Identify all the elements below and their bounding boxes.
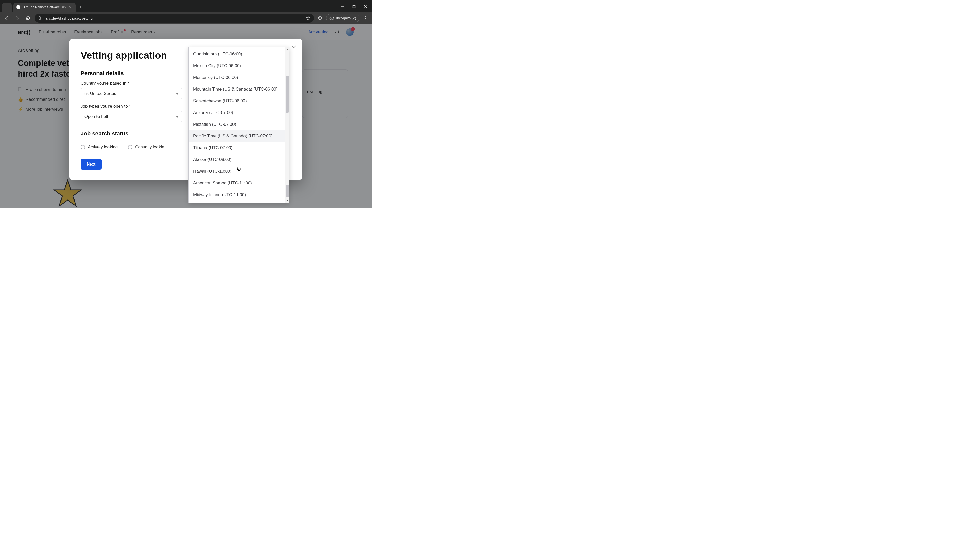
window-close-button[interactable] [360, 2, 372, 12]
timezone-dropdown: Guadalajara (UTC-06:00)Mexico City (UTC-… [188, 47, 290, 203]
next-button-label: Next [87, 162, 96, 167]
flag-text: us [84, 92, 89, 96]
chevron-down-icon: ▾ [176, 91, 178, 97]
radio-label: Casually lookin [135, 144, 164, 150]
next-button[interactable]: Next [81, 159, 102, 170]
dropdown-scroll-area[interactable]: Guadalajara (UTC-06:00)Mexico City (UTC-… [189, 47, 285, 203]
timezone-option[interactable]: Alaska (UTC-08:00) [189, 154, 285, 165]
incognito-label: Incognito (2) [336, 16, 356, 20]
incognito-icon [329, 16, 334, 20]
tab-close-icon[interactable]: ✕ [68, 5, 73, 9]
window-controls [336, 2, 372, 12]
scrollbar-thumb[interactable] [286, 76, 289, 113]
timezone-option[interactable]: Mazatlan (UTC-07:00) [189, 119, 285, 130]
scrollbar-down-arrow-icon[interactable]: ▾ [285, 198, 289, 203]
timezone-option[interactable]: Mountain Time (US & Canada) (UTC-06:00) [189, 83, 285, 95]
tab-title: Hire Top Remote Software Dev [22, 5, 66, 9]
timezone-option[interactable]: Midway Island (UTC-11:00) [189, 189, 285, 201]
address-bar[interactable]: arc.dev/dashboard/d/vetting [35, 14, 314, 23]
svg-rect-4 [39, 17, 40, 20]
timezone-option[interactable]: American Samoa (UTC-11:00) [189, 177, 285, 189]
url-text: arc.dev/dashboard/d/vetting [45, 16, 303, 21]
svg-rect-1 [353, 6, 355, 8]
forward-button[interactable] [13, 14, 21, 22]
timezone-option[interactable]: Tijuana (UTC-07:00) [189, 142, 285, 154]
back-button[interactable] [3, 14, 11, 22]
tab-strip: Hire Top Remote Software Dev ✕ + [0, 0, 84, 12]
scrollbar-up-arrow-icon[interactable]: ▴ [285, 47, 289, 52]
jobtypes-select[interactable]: Open to both ▾ [81, 111, 182, 122]
window-maximize-button[interactable] [348, 2, 360, 12]
browser-toolbar: arc.dev/dashboard/d/vetting Incognito (2… [0, 12, 372, 24]
timezone-option[interactable]: Pacific Time (US & Canada) (UTC-07:00) [189, 130, 285, 142]
browser-tab-active[interactable]: Hire Top Remote Software Dev ✕ [13, 3, 76, 12]
timezone-option[interactable]: Saskatchewan (UTC-06:00) [189, 95, 285, 107]
reload-button[interactable] [24, 14, 32, 22]
tab-spacer [2, 3, 12, 12]
radio-actively-looking[interactable]: Actively looking [81, 144, 118, 150]
dropdown-scrollbar[interactable]: ▴ ▾ [285, 47, 289, 203]
timezone-option[interactable]: Monterrey (UTC-06:00) [189, 72, 285, 83]
scrollbar-thumb[interactable] [286, 185, 289, 197]
browser-menu-icon[interactable]: ⋮ [362, 14, 369, 22]
country-select[interactable]: us United States ▾ [81, 88, 182, 99]
bookmark-star-icon[interactable] [306, 16, 310, 21]
radio-label: Actively looking [88, 144, 118, 150]
site-settings-icon[interactable] [38, 16, 43, 21]
jobtypes-value: Open to both [84, 114, 110, 119]
window-titlebar: Hire Top Remote Software Dev ✕ + [0, 0, 372, 12]
timezone-option[interactable]: Hawaii (UTC-10:00) [189, 165, 285, 177]
radio-circle-icon [128, 145, 132, 149]
radio-circle-icon [81, 145, 85, 149]
modal-close-button[interactable] [290, 43, 298, 51]
tab-favicon [16, 5, 21, 9]
incognito-indicator[interactable]: Incognito (2) [326, 14, 360, 22]
page-content: arc() Full-time roles Freelance jobs Pro… [0, 24, 372, 208]
radio-casually-looking[interactable]: Casually lookin [128, 144, 164, 150]
svg-point-9 [332, 18, 334, 19]
country-value: United States [90, 91, 116, 96]
extensions-icon[interactable] [317, 14, 324, 22]
timezone-option[interactable]: Guadalajara (UTC-06:00) [189, 48, 285, 60]
chevron-down-icon: ▾ [176, 114, 178, 119]
new-tab-button[interactable]: + [77, 3, 84, 11]
window-minimize-button[interactable] [336, 2, 348, 12]
timezone-option[interactable]: Mexico City (UTC-06:00) [189, 60, 285, 72]
dropdown-list: Guadalajara (UTC-06:00)Mexico City (UTC-… [189, 47, 285, 202]
timezone-option[interactable]: Arizona (UTC-07:00) [189, 107, 285, 119]
svg-point-8 [330, 18, 332, 19]
